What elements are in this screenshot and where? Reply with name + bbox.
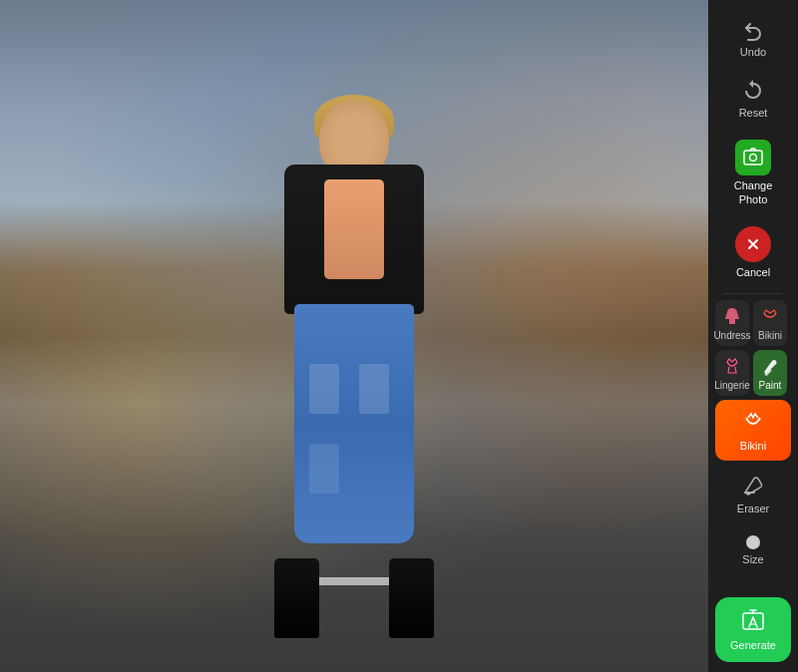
canvas-area xyxy=(0,0,708,672)
lingerie-icon xyxy=(721,355,743,377)
paint-icon xyxy=(759,355,781,377)
paint-mode-button[interactable]: Paint xyxy=(753,350,787,396)
change-photo-button[interactable]: Change Photo xyxy=(715,132,791,213)
bikini-bottom-icon xyxy=(739,408,767,436)
paint-label: Paint xyxy=(759,380,782,391)
subject-figure xyxy=(244,100,464,638)
cancel-icon xyxy=(735,226,771,262)
mode-row-2: Lingerie Paint xyxy=(715,350,791,396)
divider-1 xyxy=(723,293,783,294)
figure-body xyxy=(244,100,464,638)
figure-boot-right xyxy=(389,558,434,638)
bikini-top-label: Bikini xyxy=(758,330,782,341)
undo-label: Undo xyxy=(740,46,766,59)
eraser-button[interactable]: Eraser xyxy=(715,465,791,523)
svg-rect-3 xyxy=(743,613,763,629)
bikini-top-mode-button[interactable]: Bikini xyxy=(753,300,787,346)
size-indicator xyxy=(746,535,760,549)
bikini-top-icon xyxy=(759,305,781,327)
cancel-button[interactable]: Cancel xyxy=(715,218,791,287)
eraser-label: Eraser xyxy=(737,503,769,515)
generate-icon xyxy=(739,607,767,635)
change-photo-label: Change Photo xyxy=(719,179,787,205)
figure-jeans xyxy=(294,304,414,543)
bikini-bottom-label: Bikini xyxy=(740,440,766,453)
reset-icon xyxy=(741,79,765,103)
reset-label: Reset xyxy=(739,107,768,120)
figure-boot-left xyxy=(274,558,319,638)
svg-rect-0 xyxy=(744,151,762,165)
undress-mode-button[interactable]: Undress xyxy=(715,300,749,346)
undo-icon xyxy=(741,18,765,42)
lingerie-label: Lingerie xyxy=(714,380,750,391)
eraser-icon xyxy=(740,473,766,499)
figure-shirt xyxy=(324,179,384,279)
size-label: Size xyxy=(742,553,763,566)
undress-icon xyxy=(721,305,743,327)
generate-label: Generate xyxy=(730,639,776,652)
undo-button[interactable]: Undo xyxy=(715,10,791,67)
change-photo-icon xyxy=(735,140,771,175)
photo-background xyxy=(0,0,708,672)
cancel-label: Cancel xyxy=(736,266,770,279)
reset-button[interactable]: Reset xyxy=(715,71,791,128)
lingerie-mode-button[interactable]: Lingerie xyxy=(715,350,749,396)
photo-display[interactable] xyxy=(0,0,708,672)
right-sidebar: Undo Reset Change Photo Cancel xyxy=(708,0,798,672)
size-button[interactable]: Size xyxy=(715,527,791,574)
mode-row-1: Undress Bikini xyxy=(715,300,791,346)
undress-label: Undress xyxy=(713,330,750,341)
bikini-bottom-mode-button[interactable]: Bikini xyxy=(715,400,791,461)
svg-point-1 xyxy=(750,155,757,162)
generate-button[interactable]: Generate xyxy=(715,597,791,662)
